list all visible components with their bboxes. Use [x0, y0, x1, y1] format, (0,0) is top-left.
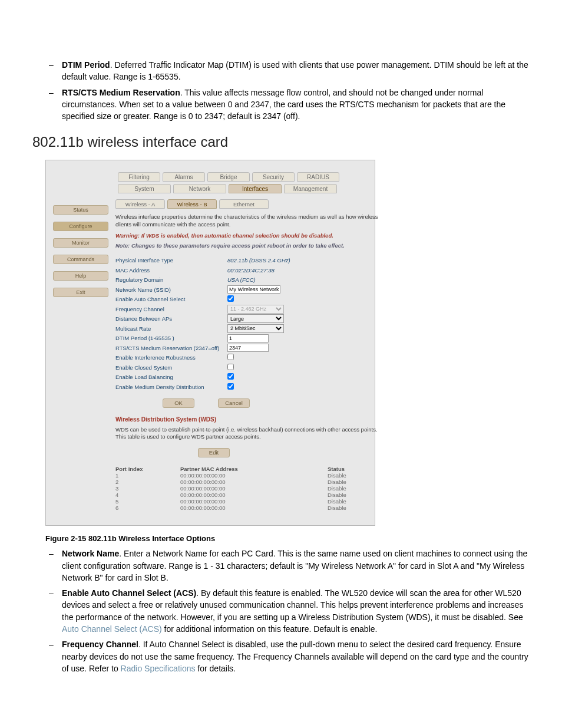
- label-dist: Distance Between APs: [115, 315, 227, 322]
- wds-table-row: 400:00:00:00:00:00Disable: [115, 492, 386, 498]
- side-nav-button[interactable]: Commands: [53, 255, 108, 264]
- wds-col-mac: Partner MAC Address: [180, 466, 328, 472]
- form-row-closed: Enable Closed System: [115, 363, 386, 372]
- side-nav: StatusConfigureMonitorCommandsHelpExit: [53, 199, 112, 511]
- wds-cell-mac: 00:00:00:00:00:00: [180, 485, 328, 492]
- wds-cell-status: Disable: [328, 498, 386, 505]
- top-tab[interactable]: RADIUS: [297, 172, 339, 182]
- panel-intro-text: Wireless interface properties determine …: [115, 213, 386, 229]
- wds-table: Port Index Partner MAC Address Status 10…: [115, 466, 386, 511]
- static-value: USA (FCC): [227, 276, 386, 283]
- side-nav-button[interactable]: Exit: [53, 288, 108, 297]
- static-label: Regulatory Domain: [115, 276, 227, 283]
- bullet-term: DTIM Period: [62, 60, 110, 70]
- top-tab[interactable]: Management: [284, 184, 337, 193]
- form-row-intf: Enable Interference Robustness: [115, 353, 386, 362]
- form-row-acs: Enable Auto Channel Select: [115, 295, 386, 304]
- top-tab[interactable]: Security: [252, 172, 295, 182]
- wds-cell-mac: 00:00:00:00:00:00: [180, 505, 328, 511]
- form-button-row: OK Cancel: [163, 398, 386, 408]
- wds-heading: Wireless Distribution System (WDS): [115, 416, 386, 423]
- form-row-static: Physical Interface Type802.11b (DSSS 2.4…: [115, 256, 386, 265]
- top-tab[interactable]: System: [118, 184, 171, 193]
- form-row-dist: Distance Between APs Large: [115, 314, 386, 323]
- static-label: MAC Address: [115, 267, 227, 274]
- bullet-text: . Enter a Network Name for each PC Card.…: [62, 549, 527, 582]
- freq-select[interactable]: 11 - 2.462 GHz: [227, 305, 284, 314]
- side-nav-button[interactable]: Monitor: [53, 238, 108, 248]
- inline-link[interactable]: Auto Channel Select (ACS): [62, 624, 162, 634]
- cancel-button[interactable]: Cancel: [218, 398, 250, 408]
- mrate-select[interactable]: 2 Mbit/Sec: [227, 324, 284, 333]
- wds-table-row: 600:00:00:00:00:00Disable: [115, 505, 386, 511]
- label-loadbal: Enable Load Balancing: [115, 374, 227, 380]
- bullet-text: . Deferred Traffic Indicator Map (DTIM) …: [62, 60, 528, 81]
- wds-desc: WDS can be used to establish point-to-po…: [115, 426, 386, 442]
- label-rts: RTS/CTS Medium Reservation (2347=off): [115, 345, 227, 351]
- dist-select[interactable]: Large: [227, 314, 284, 323]
- mdd-checkbox[interactable]: [227, 383, 234, 390]
- top-tab[interactable]: Network: [173, 184, 226, 193]
- label-mdd: Enable Medium Density Distribution: [115, 384, 227, 390]
- top-tab[interactable]: Alarms: [163, 172, 205, 182]
- sub-tab[interactable]: Ethernet: [219, 199, 269, 209]
- ok-button[interactable]: OK: [163, 398, 194, 408]
- form-row-ssid: Network Name (SSID): [115, 285, 386, 294]
- section-heading: 802.11b wireless interface card: [32, 134, 530, 150]
- form-row-loadbal: Enable Load Balancing: [115, 373, 386, 381]
- sub-tab[interactable]: Wireless - A: [115, 199, 165, 209]
- dtim-input[interactable]: [227, 334, 269, 342]
- static-value: 802.11b (DSSS 2.4 GHz): [227, 257, 386, 263]
- side-nav-button[interactable]: Configure: [53, 222, 108, 231]
- bullet-text: for details.: [195, 664, 235, 673]
- label-ssid: Network Name (SSID): [115, 286, 227, 293]
- edit-button[interactable]: Edit: [198, 448, 230, 457]
- post-bullet-list: Network Name. Enter a Network Name for e…: [32, 548, 530, 674]
- form-row-mdd: Enable Medium Density Distribution: [115, 383, 386, 391]
- closed-checkbox[interactable]: [227, 364, 234, 370]
- form-row-freq: Frequency Channel 11 - 2.462 GHz: [115, 305, 386, 314]
- wds-cell-status: Disable: [328, 492, 386, 498]
- panel-note-text: Note: Changes to these parameters requir…: [115, 242, 386, 249]
- wds-cell-status: Disable: [328, 505, 386, 511]
- post-bullet: Frequency Channel. If Auto Channel Selec…: [49, 638, 530, 674]
- wds-cell-mac: 00:00:00:00:00:00: [180, 479, 328, 485]
- bullet-text: for additional information on this featu…: [162, 624, 378, 634]
- form-row-mrate: Multicast Rate 2 Mbit/Sec: [115, 324, 386, 333]
- wds-cell-mac: 00:00:00:00:00:00: [180, 472, 328, 479]
- wds-col-status: Status: [328, 466, 386, 472]
- top-tab[interactable]: Interfaces: [229, 184, 282, 193]
- label-freq: Frequency Channel: [115, 306, 227, 312]
- label-dtim: DTIM Period (1-65535 ): [115, 335, 227, 341]
- wds-cell-status: Disable: [328, 479, 386, 485]
- sub-tab[interactable]: Wireless - B: [167, 199, 217, 209]
- form-row-static: MAC Address00:02:2D:4C:27:38: [115, 266, 386, 275]
- ssid-input[interactable]: [227, 285, 280, 294]
- bullet-term: Frequency Channel: [62, 640, 138, 649]
- wds-cell-status: Disable: [328, 472, 386, 479]
- top-tab[interactable]: Filtering: [118, 172, 160, 182]
- wds-table-header: Port Index Partner MAC Address Status: [115, 466, 386, 472]
- panel-warning-text: Warning: If WDS is enabled, then automat…: [115, 232, 386, 239]
- wds-cell-port: 4: [115, 492, 180, 498]
- figure-screenshot: FilteringAlarmsBridgeSecurityRADIUS Syst…: [45, 160, 375, 526]
- loadbal-checkbox[interactable]: [227, 373, 234, 380]
- label-acs: Enable Auto Channel Select: [115, 296, 227, 302]
- top-tab[interactable]: Bridge: [207, 172, 250, 182]
- side-nav-button[interactable]: Status: [53, 205, 108, 215]
- rts-input[interactable]: [227, 344, 269, 352]
- wds-table-row: 100:00:00:00:00:00Disable: [115, 472, 386, 479]
- intro-bullet: RTS/CTS Medium Reservation. This value a…: [49, 87, 530, 123]
- static-value: 00:02:2D:4C:27:38: [227, 267, 386, 274]
- intro-bullet: DTIM Period. Deferred Traffic Indicator …: [49, 59, 530, 83]
- intf-checkbox[interactable]: [227, 354, 234, 360]
- wds-cell-status: Disable: [328, 485, 386, 492]
- acs-checkbox[interactable]: [227, 295, 234, 302]
- wds-cell-mac: 00:00:00:00:00:00: [180, 498, 328, 505]
- side-nav-button[interactable]: Help: [53, 271, 108, 281]
- label-closed: Enable Closed System: [115, 364, 227, 371]
- wds-cell-port: 1: [115, 472, 180, 479]
- wds-cell-port: 6: [115, 505, 180, 511]
- intro-bullet-list: DTIM Period. Deferred Traffic Indicator …: [32, 59, 530, 122]
- inline-link[interactable]: Radio Specifications: [121, 664, 196, 673]
